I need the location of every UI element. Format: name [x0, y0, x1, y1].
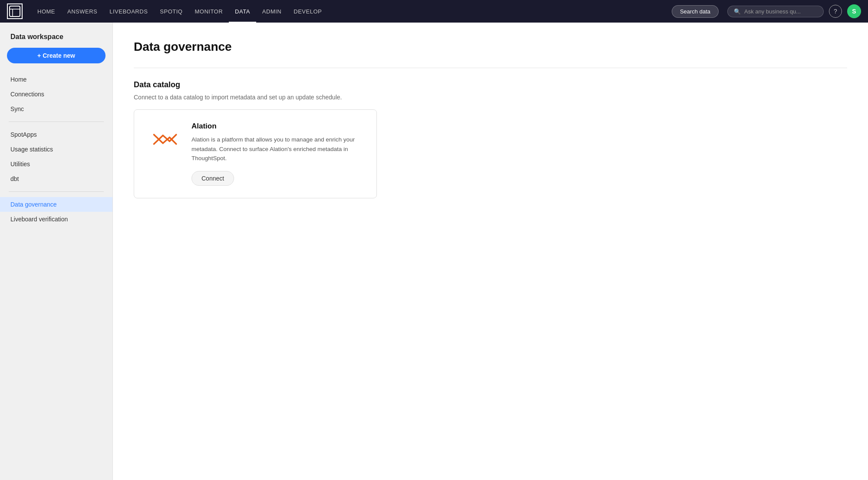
- app-body: Data workspace + Create new Home Connect…: [0, 23, 868, 480]
- sidebar-item-usage-statistics[interactable]: Usage statistics: [0, 142, 112, 157]
- alation-description: Alation is a platform that allows you to…: [191, 135, 364, 163]
- nav-home[interactable]: HOME: [31, 0, 61, 23]
- alation-catalog-card: Alation Alation is a platform that allow…: [134, 109, 377, 198]
- ask-input[interactable]: [744, 8, 817, 15]
- sidebar-item-dbt[interactable]: dbt: [0, 171, 112, 186]
- nav-monitor[interactable]: MONITOR: [188, 0, 229, 23]
- main-content: Data governance Data catalog Connect to …: [113, 23, 868, 480]
- nav-admin[interactable]: ADMIN: [256, 0, 287, 23]
- sidebar-item-data-governance[interactable]: Data governance: [0, 197, 112, 212]
- app-logo[interactable]: [7, 3, 23, 19]
- top-navigation: HOME ANSWERS LIVEBOARDS SPOTIQ MONITOR D…: [0, 0, 868, 23]
- nav-spotiq[interactable]: SPOTIQ: [154, 0, 188, 23]
- svg-rect-0: [10, 6, 20, 16]
- sidebar-divider-1: [9, 122, 104, 122]
- sidebar-item-liveboard-verification[interactable]: Liveboard verification: [0, 212, 112, 227]
- sidebar-title: Data workspace: [0, 33, 112, 48]
- section-subtitle-data-catalog: Connect to a data catalog to import meta…: [134, 94, 847, 101]
- ask-search-bar[interactable]: 🔍: [727, 6, 824, 17]
- nav-right-section: 🔍 ? S: [727, 4, 861, 18]
- sidebar-item-sync[interactable]: Sync: [0, 102, 112, 116]
- search-data-button[interactable]: Search data: [672, 5, 719, 18]
- sidebar: Data workspace + Create new Home Connect…: [0, 23, 113, 480]
- alation-info: Alation Alation is a platform that allow…: [191, 122, 364, 186]
- nav-data[interactable]: DATA: [229, 0, 256, 23]
- user-avatar[interactable]: S: [847, 4, 861, 18]
- sidebar-item-home[interactable]: Home: [0, 72, 112, 87]
- page-title: Data governance: [134, 40, 847, 54]
- alation-logo: [146, 122, 181, 157]
- help-button[interactable]: ?: [829, 5, 842, 18]
- sidebar-divider-2: [9, 191, 104, 192]
- alation-name: Alation: [191, 122, 364, 131]
- sidebar-item-utilities[interactable]: Utilities: [0, 157, 112, 171]
- section-divider: [134, 68, 847, 68]
- search-icon: 🔍: [734, 8, 741, 15]
- nav-liveboards[interactable]: LIVEBOARDS: [103, 0, 154, 23]
- nav-answers[interactable]: ANSWERS: [61, 0, 103, 23]
- nav-links: HOME ANSWERS LIVEBOARDS SPOTIQ MONITOR D…: [31, 0, 667, 23]
- sidebar-item-connections[interactable]: Connections: [0, 87, 112, 102]
- nav-develop[interactable]: DEVELOP: [287, 0, 328, 23]
- logo-icon: [7, 3, 23, 19]
- section-title-data-catalog: Data catalog: [134, 80, 847, 89]
- sidebar-item-spotapps[interactable]: SpotApps: [0, 127, 112, 142]
- connect-button[interactable]: Connect: [191, 171, 234, 186]
- create-new-button[interactable]: + Create new: [7, 48, 106, 63]
